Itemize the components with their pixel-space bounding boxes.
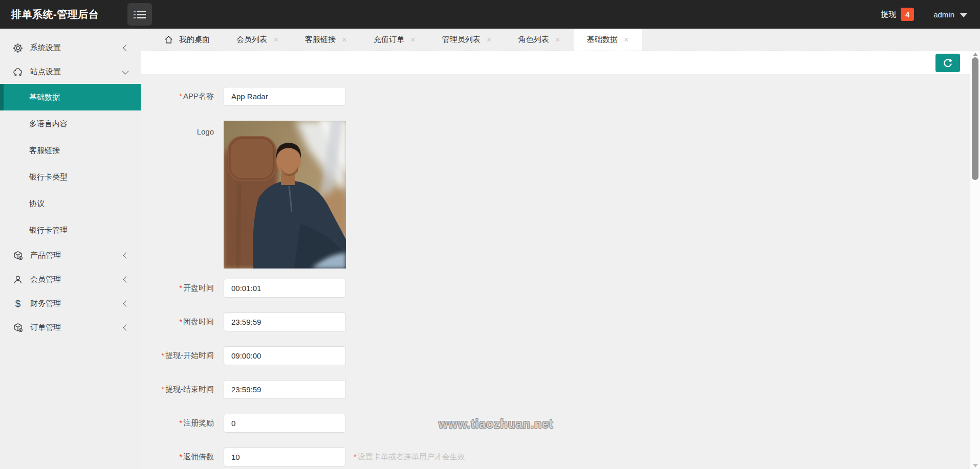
chevron-left-icon — [123, 44, 129, 51]
tab-label: 管理员列表 — [442, 35, 481, 44]
field-label: 注册奖励 — [183, 418, 214, 427]
required-mark: * — [179, 317, 182, 326]
scroll-down-arrow-icon[interactable] — [973, 464, 978, 467]
tab-label: 会员列表 — [236, 35, 267, 44]
required-mark: * — [161, 351, 164, 360]
tab-label: 充值订单 — [374, 35, 404, 44]
required-mark: * — [179, 452, 182, 461]
tab-label: 我的桌面 — [179, 35, 210, 44]
sidebar-item-system-settings[interactable]: 系统设置 — [0, 36, 141, 60]
withdraw-end-input[interactable] — [224, 380, 346, 399]
field-label: 返佣倍数 — [183, 452, 214, 461]
user-icon — [13, 275, 23, 285]
form-row-withdraw-end: *提现-结束时间 — [146, 380, 970, 399]
scroll-up-arrow-icon[interactable] — [973, 53, 978, 56]
top-header: 排单系统-管理后台 提现 4 admin — [0, 0, 980, 29]
tab-service-links[interactable]: 客服链接 × — [292, 29, 360, 51]
close-time-input[interactable] — [224, 312, 346, 331]
gear-icon — [13, 43, 23, 53]
rebate-multiple-input[interactable] — [224, 448, 346, 466]
sidebar-subitem-label: 银行卡管理 — [29, 226, 68, 235]
home-icon — [164, 35, 173, 44]
logo-image-preview[interactable] — [224, 121, 346, 269]
withdraw-start-input[interactable] — [224, 346, 346, 365]
field-label: Logo — [197, 127, 214, 136]
sidebar-subitem-label: 多语言内容 — [29, 119, 68, 129]
basic-data-form: *APP名称 Logo — [141, 74, 970, 469]
chevron-left-icon — [123, 252, 129, 259]
form-row-open-time: *开盘时间 — [146, 279, 970, 298]
close-icon[interactable]: × — [342, 35, 347, 44]
vertical-scrollbar[interactable] — [970, 51, 980, 469]
user-menu[interactable]: admin — [933, 10, 968, 19]
header-right: 提现 4 admin — [881, 8, 980, 21]
sidebar-subitem-label: 银行卡类型 — [29, 172, 68, 182]
dollar-icon: $ — [13, 299, 23, 309]
form-row-logo: Logo — [146, 121, 970, 269]
sidebar-subitem-agreement[interactable]: 协议 — [0, 190, 141, 217]
tab-admin-list[interactable]: 管理员列表 × — [429, 29, 505, 51]
cloud-icon — [13, 67, 23, 77]
close-icon[interactable]: × — [410, 35, 416, 44]
sidebar-subitem-service-links[interactable]: 客服链接 — [0, 137, 141, 164]
field-label: 闭盘时间 — [183, 317, 214, 326]
form-row-rebate-multiple: *返佣倍数 *设置卡单或者连单用户才会生效 — [146, 448, 970, 466]
sidebar-subitem-label: 基础数据 — [29, 93, 60, 102]
sidebar-toggle-button[interactable] — [127, 3, 152, 26]
open-time-input[interactable] — [224, 279, 346, 298]
username: admin — [933, 10, 954, 19]
required-mark: * — [179, 283, 182, 292]
sidebar-item-order-manage[interactable]: 订单管理 — [0, 316, 141, 340]
refresh-icon — [942, 57, 953, 69]
tab-basic-data[interactable]: 基础数据 × — [574, 29, 642, 51]
withdraw-link[interactable]: 提现 4 — [881, 8, 914, 21]
field-hint: *设置卡单或者连单用户才会生效 — [354, 452, 465, 462]
close-icon[interactable]: × — [624, 35, 629, 44]
refresh-button[interactable] — [935, 54, 960, 72]
main-area: 我的桌面 会员列表 × 客服链接 × 充值订单 × 管理员列表 × 角色列表 × — [141, 29, 970, 469]
app-name-input[interactable] — [224, 87, 346, 106]
field-label: 提现-结束时间 — [165, 385, 214, 393]
watermark: www.tiaozhuan.net — [439, 417, 553, 431]
box-plus-icon — [13, 251, 23, 261]
admin-page: 排单系统-管理后台 提现 4 admin — [0, 0, 980, 469]
sidebar-item-member-manage[interactable]: 会员管理 — [0, 267, 141, 292]
sidebar-item-finance-manage[interactable]: $ 财务管理 — [0, 292, 141, 316]
form-row-close-time: *闭盘时间 — [146, 312, 970, 331]
tab-my-desktop[interactable]: 我的桌面 — [151, 29, 223, 51]
form-row-withdraw-start: *提现-开始时间 — [146, 346, 970, 365]
field-label: APP名称 — [183, 92, 214, 100]
content-toolbar — [141, 51, 970, 74]
close-icon[interactable]: × — [273, 35, 278, 44]
tab-bar: 我的桌面 会员列表 × 客服链接 × 充值订单 × 管理员列表 × 角色列表 × — [141, 29, 970, 51]
tab-role-list[interactable]: 角色列表 × — [505, 29, 574, 51]
tab-label: 客服链接 — [305, 35, 336, 44]
sidebar-subitem-basic-data[interactable]: 基础数据 — [0, 84, 141, 110]
required-mark: * — [179, 418, 182, 427]
sidebar-subitem-label: 协议 — [29, 199, 45, 209]
tab-recharge-orders[interactable]: 充值订单 × — [360, 29, 429, 51]
sidebar-item-site-settings[interactable]: 站点设置 — [0, 60, 141, 84]
chevron-left-icon — [123, 276, 129, 283]
app-title: 排单系统-管理后台 — [11, 8, 99, 21]
sidebar: 系统设置 站点设置 基础数据 多语言内容 客服链接 银行卡类型 协议 — [0, 29, 141, 469]
register-reward-input[interactable] — [224, 414, 346, 433]
form-row-app-name: *APP名称 — [146, 87, 970, 106]
sidebar-item-label: 系统设置 — [30, 43, 124, 53]
sidebar-item-label: 会员管理 — [30, 275, 124, 284]
sidebar-item-product-manage[interactable]: 产品管理 — [0, 243, 141, 267]
tab-label: 角色列表 — [518, 35, 549, 44]
required-mark: * — [354, 452, 357, 461]
form-row-register-reward: *注册奖励 — [146, 414, 970, 433]
required-mark: * — [161, 385, 164, 393]
scrollbar-thumb[interactable] — [972, 57, 978, 180]
sidebar-subitem-multilanguage[interactable]: 多语言内容 — [0, 110, 141, 137]
close-icon[interactable]: × — [555, 35, 560, 44]
tab-member-list[interactable]: 会员列表 × — [223, 29, 292, 51]
sidebar-subitem-bankcard-types[interactable]: 银行卡类型 — [0, 164, 141, 190]
withdraw-count-badge: 4 — [901, 8, 914, 21]
close-icon[interactable]: × — [487, 35, 492, 44]
chevron-left-icon — [123, 324, 129, 331]
sidebar-subitem-bankcard-manage[interactable]: 银行卡管理 — [0, 217, 141, 243]
withdraw-label: 提现 — [881, 10, 896, 19]
